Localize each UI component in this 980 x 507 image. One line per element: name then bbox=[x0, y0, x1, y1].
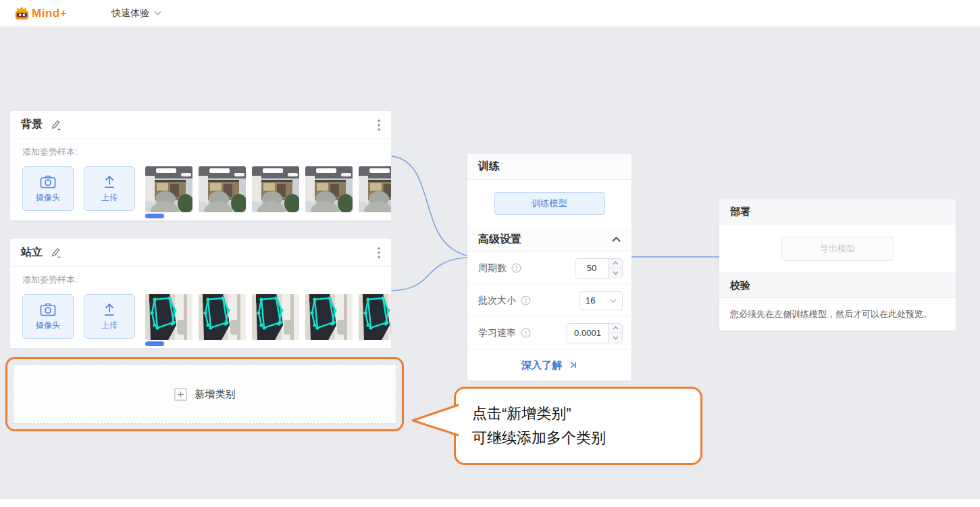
add-sample-label: 添加姿势样本: bbox=[22, 146, 391, 158]
quick-experience-menu[interactable]: 快速体验 bbox=[111, 7, 161, 20]
train-model-button[interactable]: 训练模型 bbox=[494, 192, 605, 215]
thumbnail-scrollbar[interactable] bbox=[145, 341, 164, 346]
callout-line-2: 可继续添加多个类别 bbox=[472, 429, 684, 447]
upload-icon bbox=[101, 302, 118, 317]
learn-more-label: 深入了解 bbox=[521, 359, 562, 372]
skip-forward-icon bbox=[568, 360, 577, 370]
upload-button-label: 上传 bbox=[101, 320, 118, 331]
camera-button-label: 摄像头 bbox=[36, 320, 60, 331]
sample-thumbnail[interactable] bbox=[252, 294, 299, 340]
sample-thumbnail[interactable] bbox=[305, 294, 353, 340]
sample-thumbnail[interactable] bbox=[145, 294, 192, 340]
export-button-area: 导出模型 bbox=[719, 224, 956, 273]
spinner-up-icon[interactable] bbox=[609, 324, 622, 333]
sample-thumbnail[interactable] bbox=[252, 166, 299, 212]
sample-thumbnail[interactable] bbox=[145, 166, 192, 212]
callout-line-1: 点击“新增类别” bbox=[472, 405, 684, 422]
class-card-header: 站立 bbox=[10, 239, 391, 267]
class-card-background: 背景 添加姿势样本: 摄像头 bbox=[9, 110, 392, 221]
advanced-settings-title: 高级设置 bbox=[478, 233, 521, 247]
upload-icon bbox=[101, 174, 118, 189]
info-icon[interactable] bbox=[511, 263, 521, 273]
upload-button-label: 上传 bbox=[101, 192, 118, 203]
top-bar: Mind+ 快速体验 bbox=[0, 0, 980, 27]
annotation-highlight-ring: 新增类别 bbox=[5, 357, 404, 431]
verify-title: 校验 bbox=[719, 273, 956, 298]
quick-experience-label: 快速体验 bbox=[111, 7, 149, 20]
mindplus-logo: Mind+ bbox=[14, 5, 67, 22]
batch-size-select[interactable]: 16 bbox=[579, 291, 623, 310]
deploy-panel: 部署 导出模型 校验 您必须先在左侧训练模型，然后才可以在此处预览。 bbox=[719, 199, 956, 331]
batch-size-label: 批次大小 bbox=[478, 295, 516, 307]
sample-thumbnail-strip bbox=[145, 166, 391, 212]
advanced-settings-header[interactable]: 高级设置 bbox=[467, 227, 631, 252]
mindplus-ml-window: Mind+ 快速体验 背景 添加姿势样本: bbox=[0, 0, 980, 507]
spinner-down-icon[interactable] bbox=[609, 268, 622, 278]
logo-text: Mind+ bbox=[32, 7, 67, 20]
sample-thumbnail[interactable] bbox=[359, 166, 391, 212]
training-panel: 训练 训练模型 高级设置 周期数 bbox=[467, 154, 631, 381]
epochs-spinner bbox=[608, 259, 622, 278]
spinner-down-icon[interactable] bbox=[609, 333, 622, 343]
annotation-callout-bubble: 点击“新增类别” 可继续添加多个类别 bbox=[454, 387, 702, 465]
info-icon[interactable] bbox=[521, 328, 531, 338]
thumbnail-scrollbar[interactable] bbox=[145, 214, 164, 218]
sample-thumbnail[interactable] bbox=[199, 166, 246, 212]
upload-button[interactable]: 上传 bbox=[84, 166, 135, 211]
camera-icon bbox=[39, 174, 57, 189]
learning-rate-input[interactable] bbox=[567, 324, 608, 343]
batch-size-value: 16 bbox=[586, 295, 595, 306]
upload-button[interactable]: 上传 bbox=[84, 294, 135, 339]
spinner-up-icon[interactable] bbox=[609, 259, 622, 268]
class-title: 站立 bbox=[21, 245, 43, 260]
kebab-menu-icon[interactable] bbox=[378, 247, 380, 259]
training-panel-title: 训练 bbox=[467, 154, 631, 180]
add-class-label: 新增类别 bbox=[195, 388, 236, 401]
sample-thumbnail-strip bbox=[145, 294, 391, 340]
learn-more-link[interactable]: 深入了解 bbox=[467, 349, 631, 381]
add-class-button[interactable]: 新增类别 bbox=[13, 364, 396, 424]
sample-thumbnail[interactable] bbox=[199, 294, 246, 340]
class-card-body: 添加姿势样本: 摄像头 上传 bbox=[10, 267, 391, 349]
callout-tail-pointer bbox=[410, 404, 460, 437]
chevron-down-icon bbox=[610, 299, 617, 303]
epochs-input-group bbox=[575, 258, 623, 279]
camera-button[interactable]: 摄像头 bbox=[22, 294, 74, 339]
verify-hint-text: 您必须先在左侧训练模型，然后才可以在此处预览。 bbox=[719, 298, 956, 331]
edit-pencil-icon[interactable] bbox=[50, 119, 61, 130]
add-sample-label: 添加姿势样本: bbox=[22, 274, 391, 286]
sample-thumbnail[interactable] bbox=[305, 166, 353, 212]
epochs-label: 周期数 bbox=[478, 262, 507, 274]
learning-rate-input-group bbox=[567, 323, 623, 343]
camera-button-label: 摄像头 bbox=[36, 192, 60, 203]
robot-logo-icon bbox=[14, 5, 30, 22]
train-button-area: 训练模型 bbox=[467, 180, 631, 227]
learning-rate-row: 学习速率 bbox=[467, 317, 631, 349]
epochs-row: 周期数 bbox=[467, 252, 631, 285]
batch-size-row: 批次大小 16 bbox=[467, 285, 631, 317]
sample-thumbnail[interactable] bbox=[359, 294, 391, 340]
deploy-title: 部署 bbox=[719, 199, 956, 224]
class-card-standing: 站立 添加姿势样本: 摄像头 bbox=[9, 238, 392, 349]
learning-rate-label: 学习速率 bbox=[478, 327, 516, 339]
kebab-menu-icon[interactable] bbox=[378, 119, 380, 131]
class-title: 背景 bbox=[21, 118, 43, 132]
export-model-button[interactable]: 导出模型 bbox=[781, 237, 894, 261]
camera-icon bbox=[39, 302, 57, 317]
plus-square-icon bbox=[174, 388, 187, 401]
chevron-down-icon bbox=[154, 11, 161, 16]
chevron-up-icon bbox=[612, 237, 621, 242]
edit-pencil-icon[interactable] bbox=[50, 247, 61, 258]
camera-button[interactable]: 摄像头 bbox=[22, 166, 74, 211]
learning-rate-spinner bbox=[608, 324, 622, 343]
class-card-header: 背景 bbox=[10, 111, 391, 139]
class-card-body: 添加姿势样本: 摄像头 上传 bbox=[10, 139, 391, 221]
info-icon[interactable] bbox=[521, 295, 531, 306]
epochs-input[interactable] bbox=[575, 259, 608, 278]
